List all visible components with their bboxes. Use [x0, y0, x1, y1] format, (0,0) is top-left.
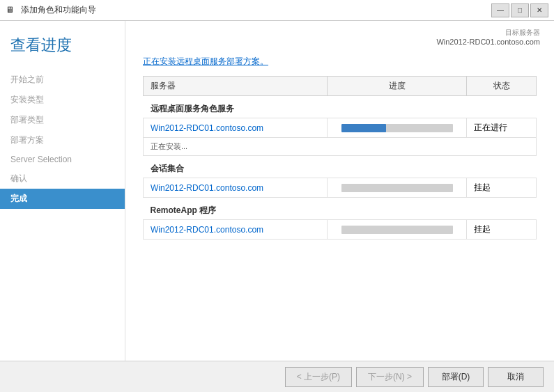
col-header-status: 状态 [467, 77, 537, 96]
progress-bar-bg [341, 124, 453, 132]
col-header-progress: 进度 [328, 77, 467, 96]
minimize-button[interactable]: — [491, 3, 509, 17]
progress-bar-bg [341, 226, 453, 234]
table-row: Win2012-RDC01.contoso.com挂起 [144, 220, 537, 240]
maximize-button[interactable]: □ [511, 3, 529, 17]
status-cell: 挂起 [467, 178, 537, 198]
progress-cell [328, 178, 467, 198]
progress-cell [328, 118, 467, 138]
top-info-server: Win2012-RDC01.contoso.com [436, 38, 540, 46]
footer: < 上一步(P) 下一步(N) > 部署(D) 取消 [0, 361, 554, 392]
sidebar-item-deploy-type[interactable]: 部署类型 [0, 110, 125, 130]
progress-bar-bg [341, 184, 453, 192]
next-button[interactable]: 下一步(N) > [356, 367, 424, 387]
sidebar-item-install-type[interactable]: 安装类型 [0, 90, 125, 110]
col-header-server: 服务器 [144, 77, 328, 96]
section-header-row: RemoteApp 程序 [144, 198, 537, 220]
installing-message: 正在安装远程桌面服务部署方案。 [143, 56, 537, 68]
close-button[interactable]: ✕ [530, 3, 548, 17]
sub-text-row: 正在安装... [144, 138, 537, 156]
section-header-row: 会话集合 [144, 156, 537, 178]
server-name: Win2012-RDC01.contoso.com [151, 183, 263, 193]
server-name: Win2012-RDC01.contoso.com [151, 225, 263, 235]
sidebar-item-server-selection[interactable]: Server Selection [0, 150, 125, 168]
sidebar-item-deploy-plan[interactable]: 部署方案 [0, 130, 125, 150]
deploy-button[interactable]: 部署(D) [428, 367, 484, 387]
top-info: 目标服务器 Win2012-RDC01.contoso.com [436, 28, 540, 46]
section-title: 会话集合 [144, 156, 537, 178]
sub-text: 正在安装... [144, 138, 537, 156]
table-row: Win2012-RDC01.contoso.com挂起 [144, 178, 537, 198]
section-title: 远程桌面服务角色服务 [144, 96, 537, 118]
section-title: RemoteApp 程序 [144, 198, 537, 220]
content-area: 查看进度 开始之前 安装类型 部署类型 部署方案 Server Selectio… [0, 21, 554, 361]
status-cell: 正在进行 [467, 118, 537, 138]
title-bar-left: 🖥 添加角色和功能向导 [6, 4, 96, 16]
sidebar-item-complete[interactable]: 完成 [0, 189, 125, 209]
prev-button[interactable]: < 上一步(P) [285, 367, 352, 387]
sidebar: 查看进度 开始之前 安装类型 部署类型 部署方案 Server Selectio… [0, 21, 125, 361]
table-row: Win2012-RDC01.contoso.com正在进行 [144, 118, 537, 138]
status-cell: 挂起 [467, 220, 537, 240]
title-bar-text: 添加角色和功能向导 [21, 4, 96, 16]
progress-cell [328, 220, 467, 240]
server-cell: Win2012-RDC01.contoso.com [144, 178, 328, 198]
server-cell: Win2012-RDC01.contoso.com [144, 220, 328, 240]
sidebar-item-before-start[interactable]: 开始之前 [0, 70, 125, 90]
page-title: 查看进度 [0, 31, 125, 70]
install-table: 服务器 进度 状态 远程桌面服务角色服务Win2012-RDC01.contos… [143, 76, 537, 240]
cancel-button[interactable]: 取消 [488, 367, 544, 387]
title-bar: 🖥 添加角色和功能向导 — □ ✕ [0, 0, 554, 21]
app-icon: 🖥 [6, 5, 17, 16]
progress-bar-fill [341, 124, 386, 132]
main-content: 目标服务器 Win2012-RDC01.contoso.com 正在安装远程桌面… [125, 21, 554, 361]
title-bar-controls: — □ ✕ [491, 3, 548, 17]
main-window: 查看进度 开始之前 安装类型 部署类型 部署方案 Server Selectio… [0, 21, 554, 392]
server-cell: Win2012-RDC01.contoso.com [144, 118, 328, 138]
server-name: Win2012-RDC01.contoso.com [151, 123, 263, 133]
sidebar-item-confirm[interactable]: 确认 [0, 168, 125, 189]
section-header-row: 远程桌面服务角色服务 [144, 96, 537, 118]
top-info-label: 目标服务器 [436, 28, 540, 38]
